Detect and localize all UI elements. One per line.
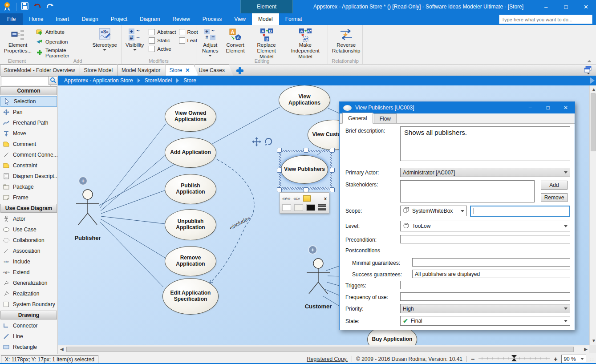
use-case-view-owned-applications[interactable]: View Owned Applications: [165, 101, 216, 132]
use-case-edit-application-specification[interactable]: Edit Application Specification: [162, 278, 219, 315]
menu-tab-diagram[interactable]: Diagram: [134, 13, 166, 25]
use-case-unpublish-application[interactable]: Unpublish Application: [165, 209, 216, 240]
doc-tab-use-cases[interactable]: Use Cases: [195, 65, 233, 76]
close-tab-icon[interactable]: ✕: [185, 67, 190, 73]
new-tab-button[interactable]: [236, 67, 244, 74]
toolbox-item-include[interactable]: «i»Include: [0, 256, 57, 267]
maximize-button[interactable]: □: [556, 0, 576, 13]
breadcrumb-item-model[interactable]: StoreModel: [145, 77, 172, 84]
dialog-tab-general[interactable]: General: [342, 113, 373, 124]
dialog-tab-flow[interactable]: Flow: [374, 113, 397, 123]
static-checkbox[interactable]: Static: [149, 37, 176, 44]
selection-handle[interactable]: [277, 168, 282, 173]
active-checkbox[interactable]: Active: [149, 46, 176, 52]
frequency-of-use-input[interactable]: [400, 292, 570, 301]
zoom-out-button[interactable]: −: [471, 356, 474, 363]
zoom-level-dropdown[interactable]: 90 %: [561, 355, 586, 363]
menu-tab-format[interactable]: Format: [279, 13, 308, 25]
add-operation-button[interactable]: Operation: [36, 38, 87, 46]
dialog-close-button[interactable]: ✕: [557, 102, 575, 113]
vertical-scrollbar-thumb[interactable]: [591, 93, 596, 151]
toolbox-item-association[interactable]: Association: [0, 246, 57, 256]
dialog-maximize-button[interactable]: □: [539, 102, 557, 113]
toolbox-item-system-boundary[interactable]: System Boundary: [0, 299, 57, 310]
use-case-view-publishers[interactable]: View Publishers: [281, 155, 328, 184]
move-handle-icon[interactable]: [252, 137, 261, 148]
command-search-input[interactable]: [499, 15, 592, 24]
adjust-names-button[interactable]: +~#− Adjust Names: [199, 26, 222, 57]
toolbox-item-line[interactable]: Line: [0, 331, 57, 342]
triggers-input[interactable]: [400, 281, 570, 289]
undo-button[interactable]: [33, 3, 41, 11]
selection-handle[interactable]: [330, 187, 335, 192]
reverse-relationship-button[interactable]: Reverse Relationship: [330, 26, 362, 55]
toolbox-item-generalization[interactable]: Generalization: [0, 278, 57, 288]
breadcrumb-item-diagram[interactable]: Store: [183, 77, 196, 84]
convert-element-button[interactable]: AA Convert Element: [223, 26, 248, 55]
scope-extra-input[interactable]: [470, 206, 570, 217]
save-button[interactable]: [21, 2, 28, 11]
fill-color-light-swatch[interactable]: [294, 204, 303, 211]
rotate-handle-icon[interactable]: [264, 137, 273, 147]
toolbox-item-pan[interactable]: Pan: [0, 107, 57, 117]
close-minibar-icon[interactable]: x: [324, 196, 327, 201]
menu-tab-file[interactable]: File: [0, 13, 23, 25]
menu-tab-view[interactable]: View: [228, 13, 252, 25]
use-case-remove-application[interactable]: Remove Application: [165, 246, 216, 276]
stakeholders-listbox[interactable]: [400, 180, 535, 202]
use-case-view-applications[interactable]: View Applications: [279, 85, 330, 115]
root-checkbox[interactable]: Root: [179, 29, 198, 35]
toolbox-item-rectangle[interactable]: Rectangle: [0, 342, 57, 352]
level-dropdown[interactable]: TooLow: [400, 221, 570, 231]
precondition-input[interactable]: [400, 235, 570, 243]
primary-actor-dropdown[interactable]: Administrator [AC007]: [400, 168, 570, 177]
toolbox-section-use-case-diagram[interactable]: Use Case Diagram: [0, 204, 57, 213]
selection-handle[interactable]: [330, 148, 335, 153]
toolbox-item-move[interactable]: Move: [0, 128, 57, 139]
fill-color-white-swatch[interactable]: [282, 204, 291, 211]
stereotype-button[interactable]: «S» Stereotype: [90, 26, 119, 52]
redo-button[interactable]: [46, 3, 54, 11]
menu-tab-model[interactable]: Model: [252, 13, 279, 25]
toolbox-item-package[interactable]: Package: [0, 182, 57, 192]
use-case-publish-application[interactable]: Publish Application: [165, 174, 216, 204]
menu-tab-home[interactable]: Home: [23, 13, 49, 25]
include-icon[interactable]: «i»: [293, 196, 300, 201]
scroll-right-icon[interactable]: ▶: [584, 347, 588, 352]
close-button[interactable]: ✕: [576, 0, 596, 13]
stakeholders-add-button[interactable]: Add: [541, 181, 568, 190]
minimal-guarantees-input[interactable]: [412, 258, 570, 267]
dialog-title-bar[interactable]: View Publishers [UC003] – □ ✕: [340, 102, 575, 113]
doc-tab-store-model[interactable]: Store Model: [80, 65, 121, 76]
contextual-tab-element[interactable]: Element: [240, 0, 293, 13]
panel-layout-icon[interactable]: [584, 65, 593, 74]
menu-tab-design[interactable]: Design: [75, 13, 104, 25]
dialog-minimize-button[interactable]: –: [521, 102, 539, 113]
extend-icon[interactable]: «e»: [282, 196, 290, 201]
toolbox-section-drawing[interactable]: Drawing: [0, 311, 57, 320]
scroll-up-icon[interactable]: ▲: [592, 87, 596, 92]
toolbox-item-comment[interactable]: Comment: [0, 139, 57, 150]
toolbox-item-selection[interactable]: Selection: [0, 96, 57, 107]
doc-tab-store[interactable]: Store✕: [165, 65, 198, 76]
doc-tab-model-navigator[interactable]: Model Navigator: [118, 65, 169, 76]
menu-tab-process[interactable]: Process: [196, 13, 228, 25]
toolbox-item-realization[interactable]: Realization: [0, 288, 57, 299]
add-element-badge-icon[interactable]: +: [78, 176, 88, 186]
toolbox-item-connector[interactable]: Connector: [0, 320, 57, 331]
horizontal-scrollbar[interactable]: ◀ ▶: [58, 345, 589, 353]
toolbox-item-comment-connector[interactable]: Comment Conne...: [0, 150, 57, 160]
selection-handle[interactable]: [304, 148, 308, 153]
state-dropdown[interactable]: ✔ Final: [400, 316, 570, 326]
scope-dropdown[interactable]: SystemWhiteBox: [400, 206, 467, 216]
add-element-badge-icon[interactable]: +: [308, 245, 317, 255]
toolbox-item-collaboration[interactable]: Collaboration: [0, 235, 57, 246]
menu-tab-insert[interactable]: Insert: [49, 13, 75, 25]
zoom-slider[interactable]: [478, 355, 550, 363]
selection-handle[interactable]: [304, 187, 308, 192]
doc-tab-folder-overview[interactable]: StoreModel - Folder Overview: [0, 65, 83, 76]
menu-tab-review[interactable]: Review: [166, 13, 196, 25]
leaf-checkbox[interactable]: Leaf: [179, 37, 198, 44]
toolbox-item-diagram-description[interactable]: Diagram Descript...: [0, 171, 57, 182]
scroll-down-icon[interactable]: ▼: [592, 339, 596, 343]
